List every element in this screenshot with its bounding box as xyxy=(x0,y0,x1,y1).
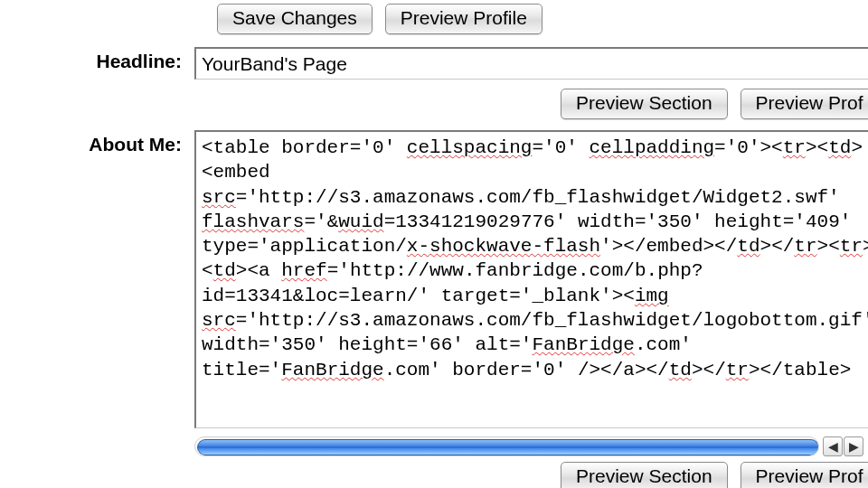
preview-profile-button[interactable]: Preview Profile xyxy=(385,4,542,34)
scrollbar-thumb[interactable] xyxy=(197,439,819,455)
headline-input[interactable] xyxy=(194,47,868,80)
scroll-right-icon[interactable]: ▶ xyxy=(844,436,863,456)
preview-section-button-2[interactable]: Preview Section xyxy=(561,462,728,488)
headline-label: Headline: xyxy=(0,47,194,72)
scroll-left-icon[interactable]: ◀ xyxy=(823,436,843,456)
preview-profile-button-2[interactable]: Preview Prof xyxy=(741,89,868,119)
horizontal-scrollbar[interactable]: ◀ ▶ xyxy=(194,436,863,456)
preview-section-button[interactable]: Preview Section xyxy=(561,89,728,119)
about-me-label: About Me: xyxy=(0,130,194,155)
save-changes-button[interactable]: Save Changes xyxy=(217,4,373,34)
about-me-textarea[interactable] xyxy=(194,130,868,428)
scrollbar-track[interactable] xyxy=(194,436,819,456)
preview-profile-button-3[interactable]: Preview Prof xyxy=(741,462,868,488)
